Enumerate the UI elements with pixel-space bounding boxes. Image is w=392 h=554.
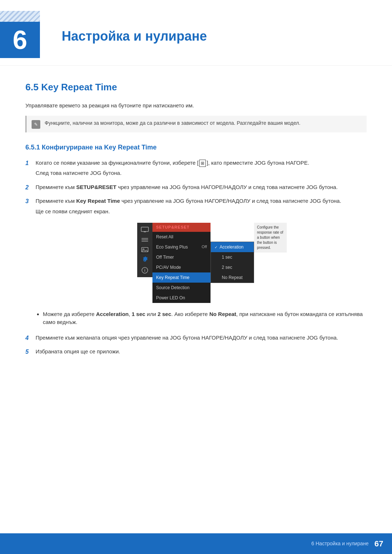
osd-main-menu: SETUP&RESET Reset All Eco Saving Plus Of… <box>152 223 211 303</box>
menu-icon: ⊞ <box>199 160 206 167</box>
note-icon: ✎ <box>32 120 40 129</box>
osd-submenu-no-repeat: No Repeat <box>211 272 254 283</box>
osd-sidebar: i <box>137 223 152 277</box>
osd-icon-adjust <box>140 236 150 244</box>
step-1: Когато се появи указание за функционални… <box>25 159 367 177</box>
osd-item-source-detect: Source Detection <box>152 283 211 293</box>
osd-item-reset-all: Reset All <box>152 232 211 242</box>
steps-list: Когато се появи указание за функционални… <box>25 159 367 356</box>
osd-item-key-repeat: Key Repeat Time <box>152 272 211 283</box>
svg-rect-1 <box>144 231 146 232</box>
step-5: Избраната опция ще се приложи. <box>25 348 367 356</box>
step-1-sub: След това натиснете JOG бутона. <box>36 169 367 177</box>
section-title: 6.5 Key Repeat Time <box>25 80 367 94</box>
osd-item-power-led: Power LED On <box>152 293 211 303</box>
step-3: Преминете към Key Repeat Time чрез управ… <box>25 197 367 327</box>
svg-text:i: i <box>144 268 146 272</box>
subsection-heading: Конфигуриране на Key Repeat Time <box>42 144 157 151</box>
osd-item-pcav: PC/AV Mode <box>152 262 211 272</box>
intro-text: Управлявате времето за реакция на бутони… <box>25 102 367 110</box>
subsection-title: 6.5.1 Конфигуриране на Key Repeat Time <box>25 143 367 152</box>
note-text: Функциите, налични за монитора, може да … <box>45 119 301 127</box>
osd-submenu: ✓ Acceleration 1 sec 2 sec <box>211 242 254 283</box>
osd-submenu-acceleration: ✓ Acceleration <box>211 242 254 252</box>
step-2-text: Преминете към SETUP&RESET чрез управлени… <box>36 184 338 190</box>
step-4-text: Преминете към желаната опция чрез управл… <box>36 335 338 341</box>
subsection-number: 6.5.1 <box>25 144 40 151</box>
note-box: ✎ Функциите, налични за монитора, може д… <box>25 116 367 132</box>
osd-icon-picture <box>140 246 150 254</box>
bullet-item: Можете да изберете Acceleration, 1 sec и… <box>43 310 367 327</box>
step-5-text: Избраната опция ще се приложи. <box>36 348 120 354</box>
check-icon: ✓ <box>215 245 217 250</box>
page-header: 6 Настройка и нулиране <box>0 0 392 66</box>
osd-icon-display <box>140 226 150 234</box>
step-3-text: Преминете към Key Repeat Time чрез управ… <box>36 198 341 204</box>
osd-submenu-2sec: 2 sec <box>211 262 254 272</box>
header-left: 6 <box>0 11 51 58</box>
page-footer: 6 Настройка и нулиране 67 <box>0 533 392 554</box>
step-1-text: Когато се появи указание за функционални… <box>36 160 309 166</box>
osd-item-off-timer: Off Timer <box>152 252 211 262</box>
step-2: Преминете към SETUP&RESET чрез управлени… <box>25 183 367 192</box>
osd-icon-info: i <box>140 266 150 274</box>
osd-menu-container: i SETUP&RESET Reset All Eco Saving Plus … <box>57 223 367 303</box>
step-3-sub: Ще се появи следният екран. <box>36 208 367 216</box>
section-number: 6.5 <box>25 82 38 93</box>
chapter-number: 6 <box>0 22 40 58</box>
osd-wrapper: i SETUP&RESET Reset All Eco Saving Plus … <box>137 223 287 303</box>
section-heading: Key Repeat Time <box>41 82 117 93</box>
step-4: Преминете към желаната опция чрез управл… <box>25 334 367 342</box>
osd-menu-title: SETUP&RESET <box>152 223 211 232</box>
footer-page-number: 67 <box>375 538 383 550</box>
chapter-title: Настройка и нулиране <box>62 23 207 46</box>
osd-submenu-1sec: 1 sec <box>211 252 254 262</box>
svg-rect-0 <box>141 227 148 231</box>
osd-item-eco: Eco Saving Plus Off <box>152 242 211 252</box>
bullet-list: Можете да изберете Acceleration, 1 sec и… <box>43 310 367 327</box>
osd-info-panel: Configure the response rate of a button … <box>254 223 287 253</box>
osd-icon-settings <box>140 256 150 264</box>
main-content: 6.5 Key Repeat Time Управлявате времето … <box>0 80 392 356</box>
footer-chapter-label: 6 Настройка и нулиране <box>311 540 369 547</box>
